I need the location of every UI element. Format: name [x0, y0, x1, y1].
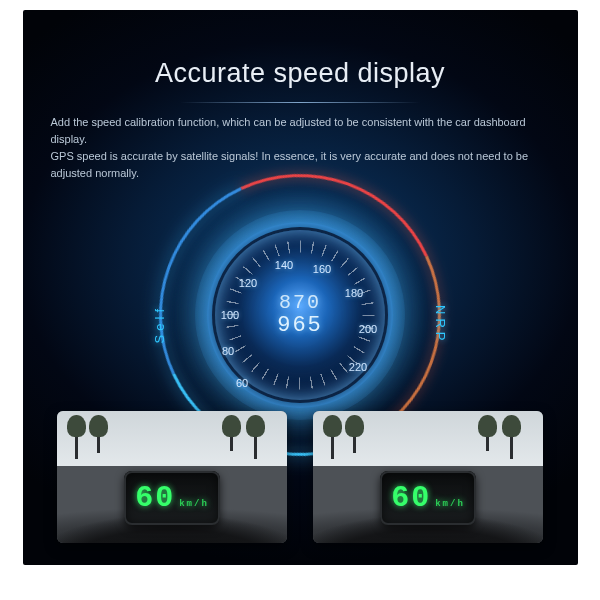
tree-icon	[331, 419, 334, 459]
hud-speed: 60	[391, 481, 431, 515]
title-divider	[180, 102, 420, 103]
dial-number: 120	[239, 277, 257, 289]
hud-unit: km/h	[179, 500, 209, 509]
dial-number: 60	[236, 377, 248, 389]
hud-speed: 60	[135, 481, 175, 515]
gauge-readout: 870 965	[277, 293, 323, 337]
dial-number: 160	[313, 263, 331, 275]
gauge-side-label-left: Self	[152, 305, 167, 343]
gauge-side-label-right: NRP	[433, 305, 448, 344]
dial-number: 140	[275, 259, 293, 271]
hud-unit: km/h	[435, 500, 465, 509]
hud-readout: 60 km/h	[391, 481, 465, 515]
tree-icon	[97, 419, 100, 453]
tree-icon	[230, 419, 233, 451]
dial-number: 220	[349, 361, 367, 373]
tree-icon	[486, 419, 489, 451]
page: Accurate speed display Add the speed cal…	[0, 0, 600, 600]
product-card: Accurate speed display Add the speed cal…	[23, 10, 578, 565]
hud-device: 60 km/h	[380, 471, 476, 525]
dial-number: 180	[345, 287, 363, 299]
example-frame: 60 km/h	[313, 411, 543, 543]
tree-icon	[510, 419, 513, 459]
hud-device: 60 km/h	[124, 471, 220, 525]
gauge-readout-line2: 965	[277, 315, 323, 337]
dial-number: 200	[359, 323, 377, 335]
tree-icon	[254, 419, 257, 459]
hud-readout: 60 km/h	[135, 481, 209, 515]
tree-icon	[353, 419, 356, 453]
example-frame: 60 km/h	[57, 411, 287, 543]
dial-number: 100	[221, 309, 239, 321]
example-frames: 60 km/h 60 km/h	[23, 411, 578, 543]
tree-icon	[75, 419, 78, 459]
gauge-readout-line1: 870	[277, 293, 323, 313]
dial-number: 80	[222, 345, 234, 357]
page-title: Accurate speed display	[23, 58, 578, 89]
